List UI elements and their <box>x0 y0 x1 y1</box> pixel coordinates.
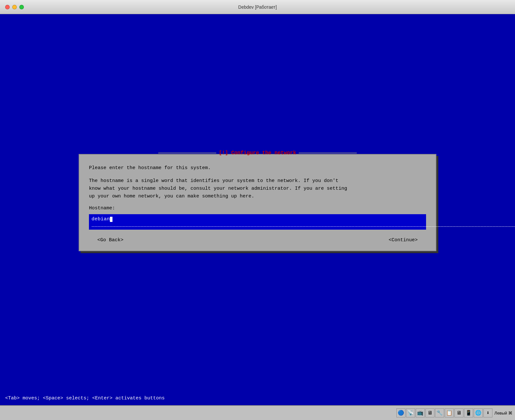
dialog-paragraph1: Please enter the hostname for this syste… <box>89 164 426 172</box>
taskbar-icon-4[interactable]: 🖥 <box>425 408 434 417</box>
dialog-buttons: <Go Back> <Continue> <box>89 236 426 244</box>
taskbar: 🔵 📡 📺 🖥 🔧 📋 🖥 📱 🌐 ⬇ Левый ⌘ <box>0 405 515 420</box>
dialog-body: Please enter the hostname for this syste… <box>79 155 436 251</box>
status-bar: <Tab> moves; <Space> selects; <Enter> ac… <box>0 391 515 405</box>
taskbar-icon-5[interactable]: 🔧 <box>435 408 444 417</box>
window-title: Debdev [Работает] <box>238 5 277 10</box>
taskbar-icons: 🔵 📡 📺 🖥 🔧 📋 🖥 📱 🌐 ⬇ Левый ⌘ <box>396 408 512 417</box>
taskbar-icon-1[interactable]: 🔵 <box>396 408 405 417</box>
hostname-label: Hostname: <box>89 205 426 211</box>
taskbar-icon-10[interactable]: ⬇ <box>483 408 492 417</box>
title-line-left <box>158 153 216 153</box>
taskbar-icon-3[interactable]: 📺 <box>416 408 425 417</box>
taskbar-icon-9[interactable]: 🌐 <box>474 408 483 417</box>
taskbar-icon-8[interactable]: 📱 <box>464 408 473 417</box>
hostname-input[interactable]: debian__________________________________… <box>89 214 426 230</box>
close-button[interactable] <box>5 5 10 9</box>
cursor <box>110 217 112 222</box>
go-back-button[interactable]: <Go Back> <box>92 236 129 244</box>
status-text: <Tab> moves; <Space> selects; <Enter> ac… <box>5 396 165 401</box>
dialog-paragraph2: The hostname is a single word that ident… <box>89 177 426 200</box>
main-content: [!] Configure the network Please enter t… <box>0 14 515 391</box>
dialog-box: [!] Configure the network Please enter t… <box>79 154 436 251</box>
dialog-title-bar: [!] Configure the network <box>158 150 357 156</box>
minimize-button[interactable] <box>12 5 17 9</box>
taskbar-icon-7[interactable]: 🖥 <box>454 408 463 417</box>
titlebar-buttons <box>5 5 24 9</box>
taskbar-text: Левый ⌘ <box>494 411 512 415</box>
titlebar: Debdev [Работает] <box>0 0 515 14</box>
dialog-title-text: [!] Configure the network <box>216 150 299 156</box>
maximize-button[interactable] <box>19 5 24 9</box>
taskbar-icon-6[interactable]: 📋 <box>445 408 454 417</box>
title-line-right <box>299 153 357 153</box>
taskbar-icon-2[interactable]: 📡 <box>406 408 415 417</box>
continue-button[interactable]: <Continue> <box>384 236 423 244</box>
hostname-value: debian__________________________________… <box>92 216 515 228</box>
